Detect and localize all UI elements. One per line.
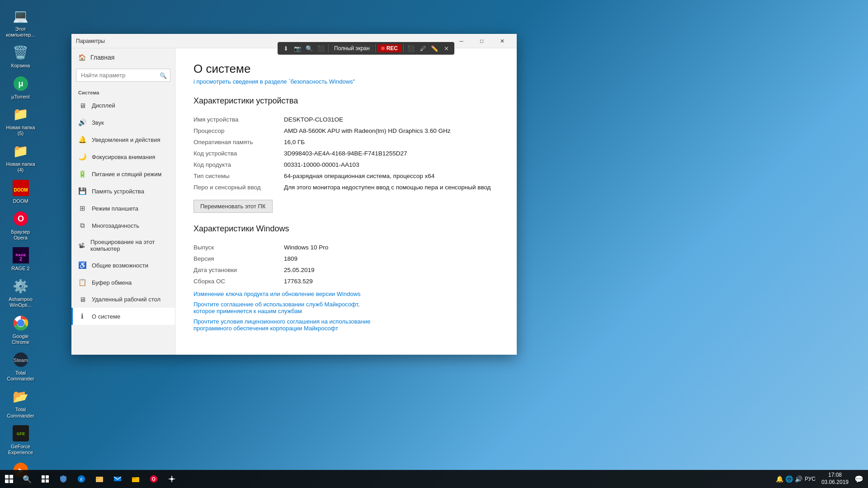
svg-text:O: O (152, 477, 156, 482)
table-row: Процессор AMD A8-5600K APU with Radeon(t… (193, 125, 499, 136)
desktop-icon-geforce[interactable]: GFE GeForceExperience (4, 422, 38, 458)
record-btn-red[interactable]: ⬛ (406, 43, 416, 53)
doom-label: DOOM (13, 198, 28, 204)
change-key-link[interactable]: Изменение ключа продукта или обновление … (193, 291, 499, 297)
security-link[interactable]: i просмотреть сведения в разделе `безопа… (193, 78, 499, 85)
system-type-label: Тип системы (193, 170, 284, 182)
taskbar-settings-icon[interactable] (163, 470, 181, 488)
record-btn-pencil[interactable]: ✏️ (429, 43, 440, 53)
sidebar-item-notifications[interactable]: 🔔 Уведомления и действия (71, 131, 175, 148)
utorrent-label: µTorrent (11, 94, 30, 100)
svg-text:e: e (80, 477, 83, 482)
desktop-icon-new-folder-4[interactable]: 📁 Новая папка(4) (4, 140, 38, 175)
sidebar-item-display[interactable]: 🖥 Дисплей (71, 97, 175, 114)
device-info-table: Имя устройства DESKTOP-CLO31OE Процессор… (193, 114, 499, 193)
taskbar-clock[interactable]: 17:08 03.06.2019 (818, 471, 852, 487)
desktop-icon-new-folder-5[interactable]: 📁 Новая папка(5) (4, 103, 38, 139)
sidebar-item-multitask[interactable]: ⧉ Многозадачность (71, 217, 175, 234)
task-view-btn[interactable] (36, 470, 54, 488)
desktop-icon-my-computer[interactable]: 💻 Этоткомпьютер... (4, 5, 38, 40)
device-section-title: Характеристики устройства (193, 96, 499, 106)
svg-point-10 (17, 319, 24, 327)
desktop-icon-rage2[interactable]: RAGE2 RAGE 2 (4, 244, 38, 274)
desktop-icon-steam[interactable]: Steam Total Commander (4, 348, 38, 384)
window-close-btn[interactable]: ✕ (492, 34, 512, 48)
taskbar-search-btn[interactable]: 🔍 (18, 470, 36, 488)
taskbar-mail-icon[interactable] (108, 470, 127, 488)
new-folder-5-label: Новая папка(5) (6, 125, 35, 136)
taskbar-language[interactable]: РУС (805, 476, 816, 482)
version-value: 1809 (284, 253, 499, 264)
microsoft-agreement-link[interactable]: Прочтите соглашение об использовании слу… (193, 301, 499, 314)
desktop: 💻 Этоткомпьютер... 🗑️ Корзина μ µTorrent… (0, 0, 868, 488)
rename-pc-button[interactable]: Переименовать этот ПК (193, 200, 273, 213)
tablet-icon: ⊞ (78, 204, 86, 212)
start-button[interactable] (0, 470, 18, 488)
sidebar-item-multitask-label: Многозадачность (92, 222, 139, 229)
home-label: Главная (90, 54, 114, 61)
settings-window: Параметры ─ □ ✕ 🏠 Главная 🔍 Система (71, 34, 517, 355)
ashampoo-label: AshampooWinOpti... (9, 296, 33, 308)
taskbar-files-icon[interactable] (90, 470, 108, 488)
license-agreement-link[interactable]: Прочтите условия лицензионного соглашени… (193, 318, 499, 332)
record-fullscreen-btn[interactable]: Полный экран (330, 44, 373, 52)
taskbar-sys-tray: 🔔 🌐 🔊 (776, 475, 802, 483)
svg-rect-38 (132, 477, 136, 479)
taskbar-right-area: 🔔 🌐 🔊 РУС 17:08 03.06.2019 💬 (776, 471, 868, 487)
taskbar-shield-icon[interactable] (54, 470, 72, 488)
about-icon: ℹ (78, 312, 86, 320)
taskbar-network-icon[interactable]: 🌐 (785, 475, 793, 483)
sidebar-home-btn[interactable]: 🏠 Главная (71, 48, 175, 66)
desktop-icon-total-commander[interactable]: 📂 TotalCommander (4, 385, 38, 421)
security-link-line2: Windows" (329, 78, 355, 85)
display-icon: 🖥 (78, 102, 86, 109)
system-type-value: 64-разрядная операционная система, проце… (284, 170, 499, 182)
total-commander-label: TotalCommander (7, 407, 34, 418)
sidebar-item-clipboard[interactable]: 📋 Буфер обмена (71, 274, 175, 291)
record-btn-screen[interactable]: ⬛ (316, 43, 326, 53)
svg-text:μ: μ (18, 79, 23, 88)
recycle-bin-icon: 🗑️ (12, 43, 30, 61)
taskbar-opera-taskbar-icon[interactable]: O (145, 470, 163, 488)
record-toolbar: ⬇ 📷 🔍 ⬛ Полный экран REC ⬛ 🖊 ✏️ ✕ (278, 42, 454, 55)
sidebar-item-about[interactable]: ℹ О системе (71, 308, 175, 325)
sidebar-item-focus[interactable]: 🌙 Фокусировка внимания (71, 148, 175, 165)
desktop-icon-ashampoo[interactable]: ⚙️ AshampooWinOpti... (4, 275, 38, 310)
taskbar-notification-icon[interactable]: 🔔 (776, 475, 783, 483)
record-rec-btn[interactable]: REC (377, 44, 401, 52)
desktop-icon-recycle-bin[interactable]: 🗑️ Корзина (4, 41, 38, 71)
google-chrome-label: GoogleChrome (12, 333, 29, 345)
desktop-icon-doom[interactable]: DOOM DOOM (4, 177, 38, 206)
sidebar-item-project[interactable]: 📽 Проецирование на этот компьютер (71, 234, 175, 257)
desktop-icon-utorrent[interactable]: μ µTorrent (4, 72, 38, 102)
taskbar: 🔍 e O (0, 470, 868, 488)
sidebar-item-project-label: Проецирование на этот компьютер (90, 239, 168, 252)
sidebar-item-power[interactable]: 🔋 Питание и спящий режим (71, 165, 175, 183)
desktop-icon-opera[interactable]: O БраузерOpera (4, 207, 38, 243)
sidebar-item-tablet[interactable]: ⊞ Режим планшета (71, 200, 175, 217)
sidebar-item-storage[interactable]: 💾 Память устройства (71, 183, 175, 200)
desktop-icon-google-chrome[interactable]: GoogleChrome (4, 312, 38, 347)
desktop-icons: 💻 Этоткомпьютер... 🗑️ Корзина μ µTorrent… (4, 5, 38, 488)
record-btn-camera[interactable]: 📷 (292, 43, 303, 53)
sidebar-item-remote[interactable]: 🖥 Удаленный рабочий стол (71, 291, 175, 308)
taskbar-explorer-icon[interactable] (127, 470, 145, 488)
record-sep-3 (403, 44, 404, 52)
total-commander-icon: 📂 (12, 387, 30, 405)
record-btn-zoom[interactable]: 🔍 (304, 43, 315, 53)
sidebar-item-accessibility[interactable]: ♿ Общие возможности (71, 257, 175, 274)
taskbar-action-center[interactable]: 💬 (854, 475, 863, 483)
record-btn-pen[interactable]: 🖊 (417, 43, 428, 53)
record-btn-close[interactable]: ✕ (441, 43, 452, 53)
device-id-label: Код устройства (193, 148, 284, 159)
taskbar-edge-icon[interactable]: e (72, 470, 90, 488)
steam-icon: Steam (12, 351, 30, 369)
window-maximize-btn[interactable]: □ (472, 34, 492, 48)
ashampoo-icon: ⚙️ (12, 277, 30, 295)
taskbar-volume-icon[interactable]: 🔊 (795, 475, 802, 483)
sidebar-search-input[interactable] (76, 69, 170, 82)
sidebar-item-sound[interactable]: 🔊 Звук (71, 114, 175, 131)
device-name-label: Имя устройства (193, 114, 284, 125)
table-row: Сборка ОС 17763.529 (193, 276, 499, 287)
record-btn-down[interactable]: ⬇ (280, 43, 291, 53)
